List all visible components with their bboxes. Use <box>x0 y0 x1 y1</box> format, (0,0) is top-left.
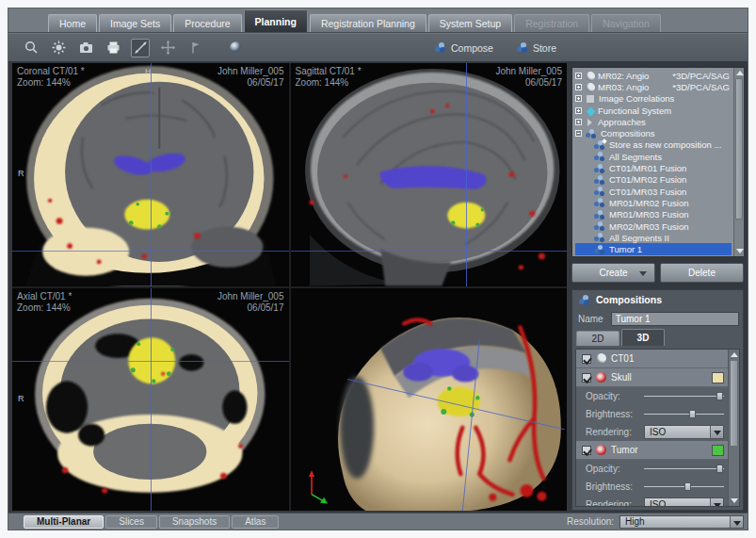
name-input[interactable]: Tumor 1 <box>611 312 739 326</box>
tab-3d[interactable]: 3D <box>621 329 665 346</box>
tab-procedure[interactable]: Procedure <box>173 14 241 32</box>
pan-icon[interactable] <box>158 39 177 57</box>
expand-icon[interactable] <box>575 119 582 125</box>
tab-registration-planning[interactable]: Registration Planning <box>310 14 426 32</box>
compositions-icon <box>578 294 590 306</box>
opacity-slider[interactable] <box>644 464 724 474</box>
tree-item-approaches[interactable]: Approaches <box>575 116 732 127</box>
tab-system-setup[interactable]: System Setup <box>428 14 512 32</box>
tree-item-mr01-mr03-fusion[interactable]: MR01/MR03 Fusion <box>575 209 732 220</box>
scroll-down-icon[interactable] <box>736 249 744 253</box>
color-swatch[interactable] <box>712 372 724 383</box>
crosshair-horizontal[interactable] <box>291 251 568 252</box>
viewport-sagittal[interactable]: Sagittal CT/01 *Zoom: 144% John Miller_0… <box>291 63 568 286</box>
sagittal-scan-image <box>291 63 568 286</box>
tab-home[interactable]: Home <box>48 14 97 32</box>
tree-item-ct01-mr03-fusion[interactable]: CT01/MR03 Fusion <box>575 186 732 197</box>
tree-item-mr03-angio[interactable]: MR03: Angio *3D/PCA/SAG <box>575 81 732 92</box>
brightness-label: Brightness: <box>586 481 644 492</box>
tab-image-sets[interactable]: Image Sets <box>99 14 171 32</box>
tab-multi-planar[interactable]: Multi-Planar <box>24 515 104 529</box>
viewport-axial[interactable]: Axial CT/01 *Zoom: 144% John Miller_0050… <box>12 288 289 512</box>
visibility-checkbox[interactable] <box>582 373 591 383</box>
rendering-select[interactable]: ISO <box>644 497 724 507</box>
collapse-icon[interactable] <box>575 130 582 137</box>
rendering-label: Rendering: <box>586 499 644 507</box>
tree-item-all-segments-ii[interactable]: All Segments II <box>575 232 732 243</box>
crosshair-horizontal[interactable] <box>12 251 289 252</box>
orientation-marker-left: R <box>18 169 24 178</box>
object-row-skull[interactable]: Skull <box>576 368 739 387</box>
camera-icon[interactable] <box>76 39 95 57</box>
compositions-header: Compositions <box>572 290 743 309</box>
brightness-slider[interactable] <box>644 481 724 492</box>
tree-item-functional-system[interactable]: Functional System <box>575 105 732 116</box>
brightness-slider[interactable] <box>644 409 724 419</box>
resolution-select[interactable]: High <box>619 515 744 529</box>
tab-snapshots[interactable]: Snapshots <box>159 515 230 529</box>
delete-button[interactable]: Delete <box>660 263 744 283</box>
object-row-tumor[interactable]: Tumor <box>576 441 739 460</box>
compose-button[interactable]: Compose <box>434 41 493 54</box>
application-window: Home Image Sets Procedure Planning Regis… <box>8 8 748 530</box>
image-set-icon <box>596 353 606 364</box>
opacity-slider[interactable] <box>644 391 724 401</box>
expand-icon[interactable] <box>575 95 582 102</box>
expand-icon[interactable] <box>575 107 582 114</box>
right-panel: MR02: Angio *3D/PCA/SAG MR03: Angio *3D/… <box>571 63 745 511</box>
pointer-icon[interactable] <box>185 39 204 57</box>
viewport-coronal[interactable]: Coronal CT/01 *Zoom: 144% John Miller_00… <box>12 63 289 286</box>
zoom-icon[interactable] <box>22 39 40 57</box>
chevron-down-icon <box>730 516 743 528</box>
tree-item-ct01-mr01-fusion[interactable]: CT01/MR01 Fusion <box>575 162 732 173</box>
tab-2d[interactable]: 2D <box>576 331 619 346</box>
tree-item-tumor-1[interactable]: Tumor 1 <box>575 243 732 254</box>
brightness-icon[interactable] <box>49 39 68 57</box>
tree-scrollbar[interactable] <box>733 68 744 256</box>
scrollbar-thumb[interactable] <box>730 360 738 447</box>
object-row-ct01[interactable]: CT01 <box>576 350 739 368</box>
tree-item-mr01-mr02-fusion[interactable]: MR01/MR02 Fusion <box>575 197 732 208</box>
measure-icon[interactable] <box>131 39 150 57</box>
crosshair-vertical[interactable] <box>151 63 152 286</box>
tab-planning[interactable]: Planning <box>244 9 308 32</box>
composition-icon <box>594 163 606 174</box>
expand-icon[interactable] <box>575 84 582 90</box>
segment-icon <box>596 372 606 383</box>
visibility-checkbox[interactable] <box>582 446 591 455</box>
data-tree: MR02: Angio *3D/PCA/SAG MR03: Angio *3D/… <box>571 67 744 257</box>
crosshair-vertical[interactable] <box>466 63 467 286</box>
print-icon[interactable] <box>104 39 122 57</box>
tree-item-store-as-new-composition[interactable]: Store as new composition ... <box>575 139 732 151</box>
tree-item-mr02-angio[interactable]: MR02: Angio *3D/PCA/SAG <box>575 70 732 81</box>
orientation-marker-left: R <box>18 394 24 403</box>
expand-icon[interactable] <box>575 73 582 79</box>
patient-label: John Miller_00506/05/17 <box>217 291 284 314</box>
visibility-checkbox[interactable] <box>582 354 591 364</box>
create-button[interactable]: Create <box>571 263 655 283</box>
composition-icon <box>594 174 606 186</box>
correlations-icon <box>587 95 594 103</box>
store-icon <box>516 41 528 54</box>
sphere-icon[interactable] <box>226 39 245 57</box>
scrollbar-thumb[interactable] <box>735 78 743 220</box>
tree-item-mr02-mr03-fusion[interactable]: MR02/MR03 Fusion <box>575 220 732 232</box>
tree-item-all-segments[interactable]: All Segments <box>575 151 732 162</box>
viewport-3d[interactable] <box>291 288 568 512</box>
tab-slices[interactable]: Slices <box>105 515 157 529</box>
tree-item-ct01-mr02-fusion[interactable]: CT01/MR02 Fusion <box>575 174 732 186</box>
scroll-down-icon[interactable] <box>731 498 738 503</box>
crosshair-vertical[interactable] <box>151 288 152 512</box>
tab-atlas[interactable]: Atlas <box>232 515 279 529</box>
brightness-label: Brightness: <box>586 409 644 419</box>
rendering-select[interactable]: ISO <box>644 425 724 439</box>
tree-item-compositions[interactable]: Compositions <box>575 127 732 139</box>
scroll-up-icon[interactable] <box>731 352 738 357</box>
color-swatch[interactable] <box>712 445 724 456</box>
tree-item-image-correlations[interactable]: Image Correlations <box>575 93 732 105</box>
chevron-down-icon <box>710 426 723 438</box>
object-list-scrollbar[interactable] <box>728 350 739 506</box>
store-button[interactable]: Store <box>516 41 556 54</box>
scroll-up-icon[interactable] <box>736 71 744 75</box>
crosshair-horizontal[interactable] <box>12 361 289 362</box>
